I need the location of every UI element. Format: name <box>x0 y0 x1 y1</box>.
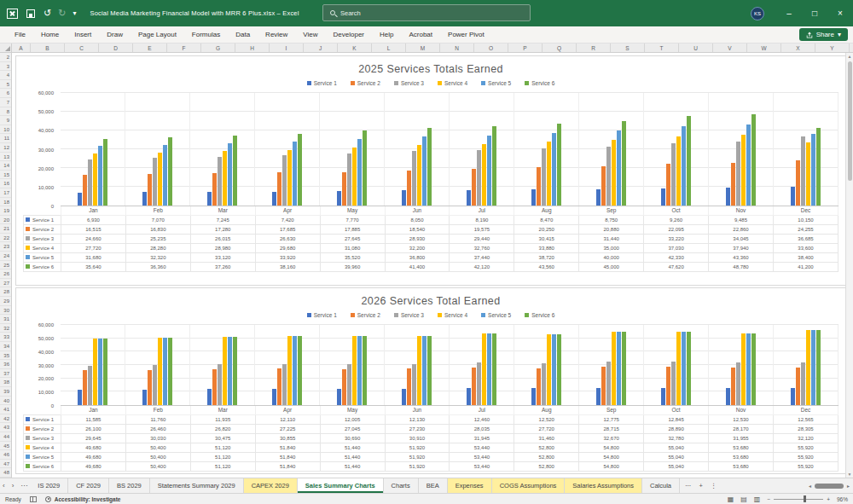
row-header-7[interactable]: 7 <box>0 98 11 107</box>
row-header-32[interactable]: 32 <box>0 324 11 333</box>
row-header-4[interactable]: 4 <box>0 71 11 80</box>
row-header-11[interactable]: 11 <box>0 134 11 143</box>
column-header-U[interactable]: U <box>679 43 713 52</box>
scroll-up-icon[interactable]: ▲ <box>848 53 852 60</box>
row-header-16[interactable]: 16 <box>0 179 11 188</box>
ribbon-tab-view[interactable]: View <box>295 26 325 43</box>
row-header-6[interactable]: 6 <box>0 89 11 98</box>
scroll-down-icon[interactable]: ▼ <box>848 471 852 478</box>
new-sheet-button[interactable]: + <box>699 482 703 490</box>
row-header-28[interactable]: 28 <box>0 287 11 297</box>
row-header-41[interactable]: 41 <box>0 405 11 414</box>
sheet-tab-charts[interactable]: Charts <box>384 478 419 493</box>
row-header-40[interactable]: 40 <box>0 397 11 406</box>
column-header-V[interactable]: V <box>713 43 747 52</box>
column-header-C[interactable]: C <box>65 43 99 52</box>
zoom-slider[interactable] <box>774 499 823 500</box>
column-header-B[interactable]: B <box>31 43 65 52</box>
ribbon-tab-help[interactable]: Help <box>372 26 401 43</box>
row-header-38[interactable]: 38 <box>0 378 11 387</box>
column-header-S[interactable]: S <box>611 43 645 52</box>
sheet-tab-salaries-assumptions[interactable]: Salaries Assumptions <box>565 478 642 493</box>
row-header-8[interactable]: 8 <box>0 107 11 117</box>
ribbon-tab-file[interactable]: File <box>7 26 33 43</box>
ribbon-tab-formulas[interactable]: Formulas <box>184 26 228 43</box>
column-header-F[interactable]: F <box>167 43 201 52</box>
zoom-slider-thumb[interactable] <box>804 495 806 502</box>
scrollbar-thumb[interactable] <box>848 61 852 181</box>
qat-customize-icon[interactable]: ▾ <box>73 0 76 26</box>
column-header-R[interactable]: R <box>577 43 611 52</box>
sheet-tab-calcula[interactable]: Calcula <box>642 478 680 493</box>
column-header-T[interactable]: T <box>645 43 679 52</box>
ribbon-tab-developer[interactable]: Developer <box>326 26 372 43</box>
column-header-N[interactable]: N <box>440 43 474 52</box>
column-header-P[interactable]: P <box>508 43 543 52</box>
column-header-W[interactable]: W <box>747 43 781 52</box>
restore-button[interactable]: □ <box>802 0 827 26</box>
row-header-46[interactable]: 46 <box>0 450 11 460</box>
row-header-3[interactable]: 3 <box>0 62 11 72</box>
row-header-35[interactable]: 35 <box>0 351 11 361</box>
page-layout-view-icon[interactable]: ▤ <box>740 494 747 504</box>
zoom-out-button[interactable]: − <box>767 496 770 502</box>
more-sheets-icon[interactable]: ⋯ <box>685 482 692 490</box>
column-header-H[interactable]: H <box>235 43 270 52</box>
column-header-K[interactable]: K <box>338 43 372 52</box>
row-header-33[interactable]: 33 <box>0 333 11 342</box>
row-header-29[interactable]: 29 <box>0 297 11 306</box>
column-header-Q[interactable]: Q <box>543 43 577 52</box>
sheet-tab-is-2029[interactable]: IS 2029 <box>30 478 68 493</box>
prev-sheet-icon[interactable]: ‹ <box>3 482 5 490</box>
row-header-34[interactable]: 34 <box>0 342 11 351</box>
sheet-options-kebab-icon[interactable]: ⋮ <box>711 482 717 490</box>
ribbon-tab-acrobat[interactable]: Acrobat <box>401 26 440 43</box>
ribbon-tab-insert[interactable]: Insert <box>67 26 99 43</box>
h-scrollbar-thumb[interactable] <box>815 484 844 489</box>
row-header-25[interactable]: 25 <box>0 261 11 270</box>
row-header-27[interactable]: 27 <box>0 279 11 288</box>
chart-2026-services[interactable]: 2026 Services Total Earned Service 1Serv… <box>15 287 846 474</box>
row-header-15[interactable]: 15 <box>0 171 11 180</box>
ribbon-tab-home[interactable]: Home <box>33 26 67 43</box>
sheet-tab-cogs-assumptions[interactable]: COGS Assumptions <box>492 478 566 493</box>
zoom-in-button[interactable]: + <box>827 496 830 502</box>
column-header-G[interactable]: G <box>201 43 235 52</box>
row-header-36[interactable]: 36 <box>0 360 11 369</box>
ribbon-tab-review[interactable]: Review <box>258 26 295 43</box>
row-header-42[interactable]: 42 <box>0 414 11 424</box>
row-header-39[interactable]: 39 <box>0 387 11 397</box>
sheet-tab-bs-2029[interactable]: BS 2029 <box>109 478 150 493</box>
row-header-13[interactable]: 13 <box>0 153 11 162</box>
row-header-17[interactable]: 17 <box>0 188 11 198</box>
row-header-5[interactable]: 5 <box>0 80 11 90</box>
column-header-X[interactable]: X <box>781 43 815 52</box>
row-header-47[interactable]: 47 <box>0 460 11 469</box>
column-header-A[interactable]: A <box>12 43 31 52</box>
column-header-O[interactable]: O <box>474 43 508 52</box>
sheet-list-dots-icon[interactable]: ⋯ <box>20 482 27 490</box>
row-header-12[interactable]: 12 <box>0 143 11 153</box>
normal-view-icon[interactable]: ▦ <box>728 494 734 504</box>
avatar[interactable]: KS <box>751 7 764 20</box>
column-header-J[interactable]: J <box>304 43 338 52</box>
row-header-10[interactable]: 10 <box>0 125 11 135</box>
horizontal-scrollbar[interactable]: ◂ ▸ <box>809 478 853 493</box>
column-header-L[interactable]: L <box>372 43 406 52</box>
search-box[interactable]: Search <box>322 4 531 21</box>
next-sheet-icon[interactable]: › <box>12 482 15 490</box>
share-button[interactable]: Share ▾ <box>799 28 848 41</box>
row-header-19[interactable]: 19 <box>0 206 11 216</box>
save-icon[interactable] <box>26 9 35 18</box>
sheet-tab-expenses[interactable]: Expenses <box>448 478 492 493</box>
accessibility-status[interactable]: Accessibility: Investigate <box>45 496 121 502</box>
row-header-21[interactable]: 21 <box>0 224 11 234</box>
row-header-43[interactable]: 43 <box>0 423 11 432</box>
row-header-20[interactable]: 20 <box>0 216 11 225</box>
row-header-37[interactable]: 37 <box>0 369 11 379</box>
sheet-tab-capex-2029[interactable]: CAPEX 2029 <box>244 478 298 493</box>
vertical-scrollbar[interactable]: ▲ ▼ <box>845 53 853 478</box>
row-header-31[interactable]: 31 <box>0 315 11 324</box>
column-header-E[interactable]: E <box>133 43 167 52</box>
ribbon-tab-data[interactable]: Data <box>228 26 258 43</box>
